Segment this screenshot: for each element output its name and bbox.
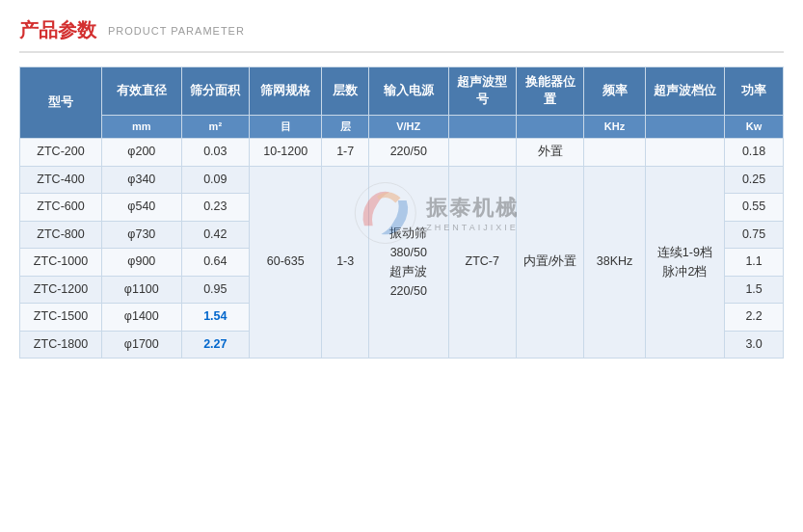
col-header-diameter: 有效直径	[102, 67, 182, 116]
cell-model: ZTC-1200	[20, 276, 102, 304]
cell-ultrasonic-type-group: ZTC-7	[448, 166, 516, 359]
cell-mesh: 10-1200	[250, 139, 322, 167]
cell-power-input: 220/50	[368, 139, 448, 167]
cell-power: 1.1	[725, 249, 784, 277]
cell-diameter: φ1400	[102, 304, 182, 332]
col-header-mesh: 筛网规格	[250, 67, 322, 116]
cell-power: 2.2	[725, 304, 784, 332]
cell-diameter: φ200	[102, 139, 182, 167]
cell-power: 3.0	[725, 331, 784, 359]
cell-transducer-pos-group: 内置/外置	[517, 166, 584, 359]
cell-diameter: φ540	[102, 194, 182, 222]
col-header-layers: 层数	[322, 67, 369, 116]
cell-power: 0.18	[725, 139, 784, 167]
cell-ultrasonic-type	[448, 139, 516, 167]
unit-ultrasonic-gear	[645, 116, 725, 139]
cell-model: ZTC-400	[20, 166, 102, 194]
cell-model: ZTC-1800	[20, 331, 102, 359]
cell-model: ZTC-600	[20, 194, 102, 222]
col-header-transducer-pos: 换能器位置	[517, 67, 584, 116]
cell-area: 0.95	[181, 276, 249, 304]
page-title-cn: 产品参数	[19, 17, 96, 43]
cell-area: 0.03	[181, 139, 249, 167]
cell-frequency	[584, 139, 645, 167]
col-header-area: 筛分面积	[181, 67, 249, 116]
cell-area: 0.09	[181, 166, 249, 194]
cell-layers-group: 1-3	[322, 166, 369, 359]
cell-area: 1.54	[181, 304, 249, 332]
table-wrapper: 振泰机械 ZHENTAIJIXIE 型号 有效直径 筛分面积 筛网规格 层数 输…	[19, 66, 784, 359]
product-table: 型号 有效直径 筛分面积 筛网规格 层数 输入电源 超声波型号 换能器位置 频率…	[19, 66, 784, 359]
unit-area: m²	[181, 116, 249, 139]
cell-power: 0.55	[725, 194, 784, 222]
cell-ultrasonic-gear-group: 连续1-9档 脉冲2档	[645, 166, 725, 359]
cell-diameter: φ730	[102, 221, 182, 249]
unit-frequency: KHz	[584, 116, 645, 139]
cell-area: 0.42	[181, 221, 249, 249]
cell-area: 2.27	[181, 331, 249, 359]
unit-transducer-pos	[517, 116, 584, 139]
cell-model: ZTC-800	[20, 221, 102, 249]
cell-power-input-group: 振动筛 380/50 超声波 220/50	[368, 166, 448, 359]
col-header-ultrasonic-gear: 超声波档位	[645, 67, 725, 116]
cell-model: ZTC-1000	[20, 249, 102, 277]
unit-mesh: 目	[250, 116, 322, 139]
col-header-frequency: 频率	[584, 67, 645, 116]
unit-power-input: V/HZ	[368, 116, 448, 139]
cell-diameter: φ1100	[102, 276, 182, 304]
col-header-ultrasonic-type: 超声波型号	[448, 67, 516, 116]
unit-diameter: mm	[102, 116, 182, 139]
col-header-power-input: 输入电源	[368, 67, 448, 116]
unit-layers: 层	[322, 116, 369, 139]
cell-diameter: φ1700	[102, 331, 182, 359]
unit-ultrasonic-type	[448, 116, 516, 139]
col-header-power: 功率	[725, 67, 784, 116]
cell-power: 0.75	[725, 221, 784, 249]
cell-diameter: φ340	[102, 166, 182, 194]
page-title-en: PRODUCT PARAMETER	[108, 25, 245, 37]
cell-power: 1.5	[725, 276, 784, 304]
cell-area: 0.64	[181, 249, 249, 277]
page-header: 产品参数 PRODUCT PARAMETER	[19, 17, 784, 53]
cell-model: ZTC-200	[20, 139, 102, 167]
unit-power: Kw	[725, 116, 784, 139]
table-row: ZTC-200φ2000.0310-12001-7220/50外置0.18	[20, 139, 784, 167]
cell-transducer-pos: 外置	[517, 139, 584, 167]
cell-frequency-group: 38KHz	[584, 166, 645, 359]
col-header-model: 型号	[20, 67, 102, 139]
cell-diameter: φ900	[102, 249, 182, 277]
cell-power: 0.25	[725, 166, 784, 194]
cell-layers: 1-7	[322, 139, 369, 167]
cell-model: ZTC-1500	[20, 304, 102, 332]
cell-ultrasonic-gear	[645, 139, 725, 167]
table-row: ZTC-400φ3400.0960-6351-3振动筛 380/50 超声波 2…	[20, 166, 784, 194]
cell-mesh-group: 60-635	[250, 166, 322, 359]
cell-area: 0.23	[181, 194, 249, 222]
